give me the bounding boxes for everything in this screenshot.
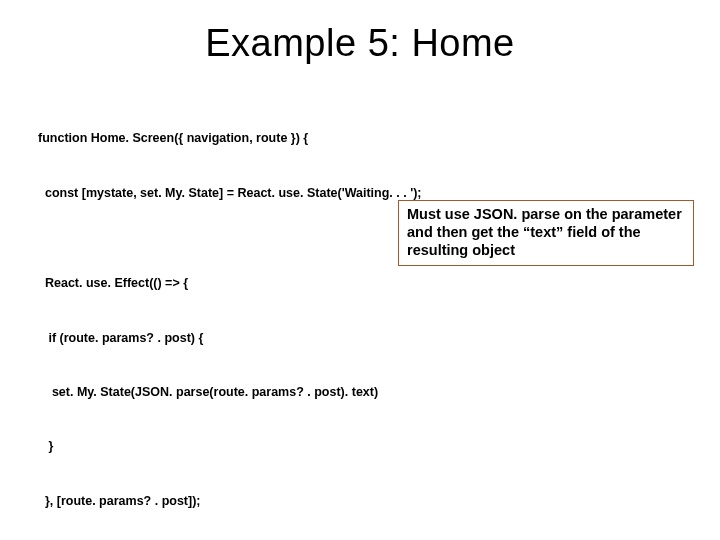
callout-box: Must use JSON. parse on the parameter an… (398, 200, 694, 266)
slide: Example 5: Home function Home. Screen({ … (0, 22, 720, 540)
code-line: function Home. Screen({ navigation, rout… (38, 129, 720, 147)
code-line: React. use. Effect(() => { (38, 274, 720, 292)
code-block: function Home. Screen({ navigation, rout… (38, 93, 720, 540)
code-line: set. My. State(JSON. parse(route. params… (38, 383, 720, 401)
slide-title: Example 5: Home (0, 22, 720, 65)
code-line: if (route. params? . post) { (38, 329, 720, 347)
code-line: }, [route. params? . post]); (38, 492, 720, 510)
code-line: } (38, 437, 720, 455)
